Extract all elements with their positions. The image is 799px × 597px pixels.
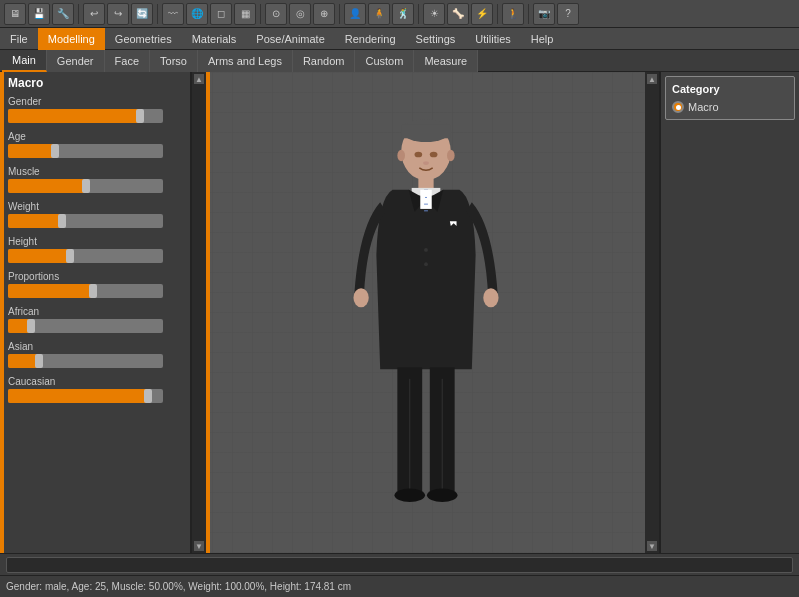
svg-rect-1 — [418, 176, 433, 189]
slider-label-height: Height — [8, 236, 186, 247]
circle2-icon[interactable]: ◎ — [289, 3, 311, 25]
svg-point-23 — [414, 151, 422, 157]
save-icon[interactable]: 💾 — [28, 3, 50, 25]
radio-dot-inner — [676, 105, 681, 110]
slider-thumb-muscle[interactable] — [82, 179, 90, 193]
slider-fill-height — [8, 249, 70, 263]
tab-custom[interactable]: Custom — [355, 50, 414, 72]
slider-track-proportions[interactable] — [8, 284, 163, 298]
circle3-icon[interactable]: ⊕ — [313, 3, 335, 25]
menu-settings[interactable]: Settings — [406, 28, 466, 50]
left-panel: Macro GenderAgeMuscleWeightHeightProport… — [0, 72, 192, 553]
separator — [418, 4, 419, 24]
macro-radio-option[interactable]: Macro — [672, 101, 788, 113]
redo-icon[interactable]: ↪ — [107, 3, 129, 25]
slider-label-caucasian: Caucasian — [8, 376, 186, 387]
slider-thumb-weight[interactable] — [58, 214, 66, 228]
toolbar: 🖥 💾 🔧 ↩ ↪ 🔄 〰 🌐 ◻ ▦ ⊙ ◎ ⊕ 👤 🧍 🕺 ☀ 🦴 ⚡ 🚶 … — [0, 0, 799, 28]
menu-utilities[interactable]: Utilities — [465, 28, 520, 50]
pose-icon[interactable]: 🕺 — [392, 3, 414, 25]
nav-right-down[interactable]: ▼ — [647, 541, 657, 551]
slider-fill-age — [8, 144, 55, 158]
slider-thumb-proportions[interactable] — [89, 284, 97, 298]
nav-right-up[interactable]: ▲ — [647, 74, 657, 84]
separator — [339, 4, 340, 24]
slider-track-african[interactable] — [8, 319, 163, 333]
slider-track-weight[interactable] — [8, 214, 163, 228]
slider-track-caucasian[interactable] — [8, 389, 163, 403]
tab-face[interactable]: Face — [105, 50, 150, 72]
separator — [260, 4, 261, 24]
menu-pose-animate[interactable]: Pose/Animate — [246, 28, 334, 50]
slider-track-asian[interactable] — [8, 354, 163, 368]
slider-group-weight: Weight — [8, 201, 186, 228]
undo-icon[interactable]: ↩ — [83, 3, 105, 25]
svg-point-20 — [447, 149, 455, 160]
svg-point-7 — [424, 262, 428, 266]
head-icon[interactable]: 👤 — [344, 3, 366, 25]
menu-materials[interactable]: Materials — [182, 28, 247, 50]
svg-rect-22 — [401, 124, 451, 137]
slider-group-gender: Gender — [8, 96, 186, 123]
slider-thumb-caucasian[interactable] — [144, 389, 152, 403]
refresh-icon[interactable]: 🔄 — [131, 3, 153, 25]
category-box: Category Macro — [665, 76, 795, 120]
bone2-icon[interactable]: ⚡ — [471, 3, 493, 25]
slider-track-gender[interactable] — [8, 109, 163, 123]
menu-geometries[interactable]: Geometries — [105, 28, 182, 50]
menu-help[interactable]: Help — [521, 28, 564, 50]
panel-title: Macro — [8, 76, 186, 90]
slider-thumb-asian[interactable] — [35, 354, 43, 368]
body-icon[interactable]: 🧍 — [368, 3, 390, 25]
slider-thumb-age[interactable] — [51, 144, 59, 158]
slider-track-age[interactable] — [8, 144, 163, 158]
globe-icon[interactable]: 🌐 — [186, 3, 208, 25]
slider-fill-proportions — [8, 284, 93, 298]
slider-track-height[interactable] — [8, 249, 163, 263]
slider-thumb-african[interactable] — [27, 319, 35, 333]
circle1-icon[interactable]: ⊙ — [265, 3, 287, 25]
tab-arms-legs[interactable]: Arms and Legs — [198, 50, 293, 72]
slider-thumb-height[interactable] — [66, 249, 74, 263]
bottombar — [0, 553, 799, 575]
command-input[interactable] — [6, 557, 793, 573]
curve-icon[interactable]: 〰 — [162, 3, 184, 25]
separator — [78, 4, 79, 24]
bone1-icon[interactable]: 🦴 — [447, 3, 469, 25]
tab-main[interactable]: Main — [2, 50, 47, 72]
grid-icon[interactable]: ◻ — [210, 3, 232, 25]
slider-fill-muscle — [8, 179, 86, 193]
status-text: Gender: male, Age: 25, Muscle: 50.00%, W… — [6, 581, 351, 592]
menu-file[interactable]: File — [0, 28, 38, 50]
viewport-nav-left: ▲ ▼ — [192, 72, 206, 553]
slider-label-african: African — [8, 306, 186, 317]
slider-fill-gender — [8, 109, 140, 123]
tab-torso[interactable]: Torso — [150, 50, 198, 72]
light-icon[interactable]: ☀ — [423, 3, 445, 25]
tab-gender[interactable]: Gender — [47, 50, 105, 72]
menu-rendering[interactable]: Rendering — [335, 28, 406, 50]
svg-point-6 — [424, 248, 428, 252]
viewport[interactable]: ▲ ▼ ▲ ▼ — [192, 72, 659, 553]
menu-modelling[interactable]: Modelling — [38, 28, 105, 50]
figure-icon[interactable]: 🚶 — [502, 3, 524, 25]
separator — [528, 4, 529, 24]
nav-up[interactable]: ▲ — [194, 74, 204, 84]
svg-point-19 — [397, 149, 405, 160]
slider-track-muscle[interactable] — [8, 179, 163, 193]
checker-icon[interactable]: ▦ — [234, 3, 256, 25]
new-icon[interactable]: 🖥 — [4, 3, 26, 25]
nav-down[interactable]: ▼ — [194, 541, 204, 551]
prefs-icon[interactable]: 🔧 — [52, 3, 74, 25]
help-icon[interactable]: ? — [557, 3, 579, 25]
tab-random[interactable]: Random — [293, 50, 356, 72]
slider-label-muscle: Muscle — [8, 166, 186, 177]
figure-svg — [296, 102, 556, 522]
slider-label-proportions: Proportions — [8, 271, 186, 282]
camera-icon[interactable]: 📷 — [533, 3, 555, 25]
tab-measure[interactable]: Measure — [414, 50, 478, 72]
radio-dot — [672, 101, 684, 113]
svg-point-8 — [353, 288, 368, 307]
slider-thumb-gender[interactable] — [136, 109, 144, 123]
tabbar: Main Gender Face Torso Arms and Legs Ran… — [0, 50, 799, 72]
